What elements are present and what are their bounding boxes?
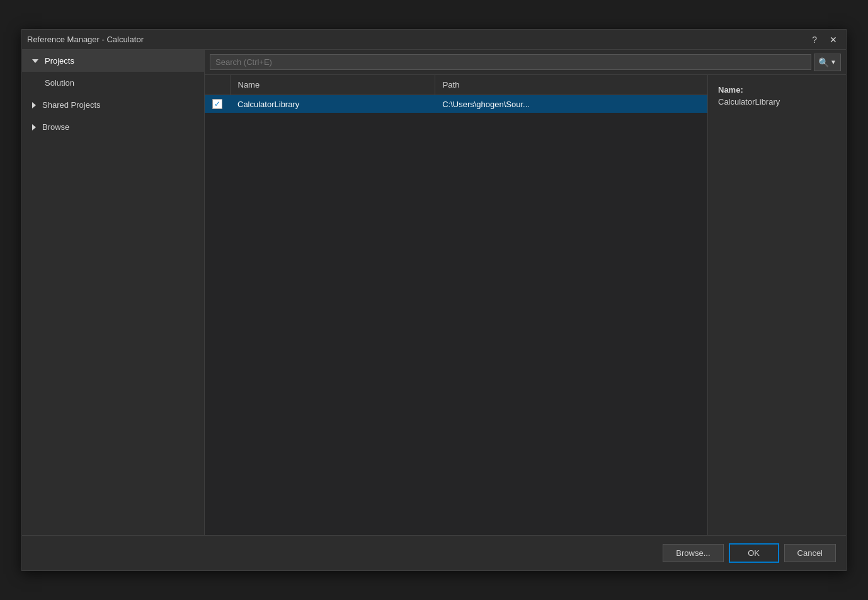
detail-panel: Name: CalculatorLibrary	[707, 75, 846, 535]
detail-name-value: CalculatorLibrary	[718, 97, 836, 107]
row-name-cell: CalculatorLibrary	[230, 95, 435, 113]
search-button[interactable]: 🔍 ▼	[814, 54, 841, 71]
cancel-button[interactable]: Cancel	[784, 544, 836, 562]
sidebar-item-solution[interactable]: Solution	[22, 72, 204, 94]
ok-button[interactable]: OK	[729, 543, 779, 563]
chevron-down-icon	[32, 59, 38, 63]
column-path[interactable]: Path	[435, 75, 707, 95]
row-checkbox-cell[interactable]: ✓	[205, 95, 230, 113]
sidebar-header-projects[interactable]: Projects	[22, 50, 204, 72]
sidebar-header-label: Projects	[45, 56, 74, 66]
sidebar-item-browse-label: Browse	[42, 122, 69, 132]
search-input[interactable]	[210, 54, 811, 70]
bottom-bar: Browse... OK Cancel	[22, 535, 846, 570]
chevron-right-icon	[32, 102, 36, 108]
column-checkbox	[205, 75, 230, 95]
table-container: Name Path ✓ CalculatorLibrary	[205, 75, 707, 535]
search-dropdown-icon: ▼	[830, 59, 837, 66]
table-row[interactable]: ✓ CalculatorLibrary C:\Users\ghogen\Sour…	[205, 95, 707, 113]
row-path-cell: C:\Users\ghogen\Sour...	[435, 95, 707, 113]
chevron-right-icon-browse	[32, 124, 36, 130]
dialog-window: Reference Manager - Calculator ? ✕ Proje…	[21, 29, 847, 571]
help-button[interactable]: ?	[808, 34, 821, 45]
title-text: Reference Manager - Calculator	[27, 35, 144, 44]
detail-name-label: Name:	[718, 85, 836, 95]
sidebar-item-shared-projects[interactable]: Shared Projects	[22, 94, 204, 116]
title-bar: Reference Manager - Calculator ? ✕	[22, 30, 846, 50]
close-button[interactable]: ✕	[826, 34, 841, 45]
search-icon: 🔍	[818, 57, 829, 67]
sidebar-item-shared-projects-label: Shared Projects	[42, 100, 101, 110]
browse-button[interactable]: Browse...	[663, 544, 723, 562]
search-bar: 🔍 ▼	[205, 50, 846, 75]
sidebar: Projects Solution Shared Projects Browse	[22, 50, 205, 535]
table-right-container: Name Path ✓ CalculatorLibrary	[205, 75, 846, 535]
table-area: Name Path ✓ CalculatorLibrary	[205, 75, 707, 535]
checkbox-checked[interactable]: ✓	[212, 99, 222, 109]
sidebar-item-browse[interactable]: Browse	[22, 116, 204, 138]
main-content: Projects Solution Shared Projects Browse	[22, 50, 846, 535]
title-controls: ? ✕	[808, 34, 841, 45]
references-table: Name Path ✓ CalculatorLibrary	[205, 75, 707, 113]
column-name[interactable]: Name	[230, 75, 435, 95]
table-header-row: Name Path	[205, 75, 707, 95]
sidebar-item-solution-label: Solution	[45, 78, 74, 88]
center-right-wrapper: 🔍 ▼ Name Path	[205, 50, 846, 535]
